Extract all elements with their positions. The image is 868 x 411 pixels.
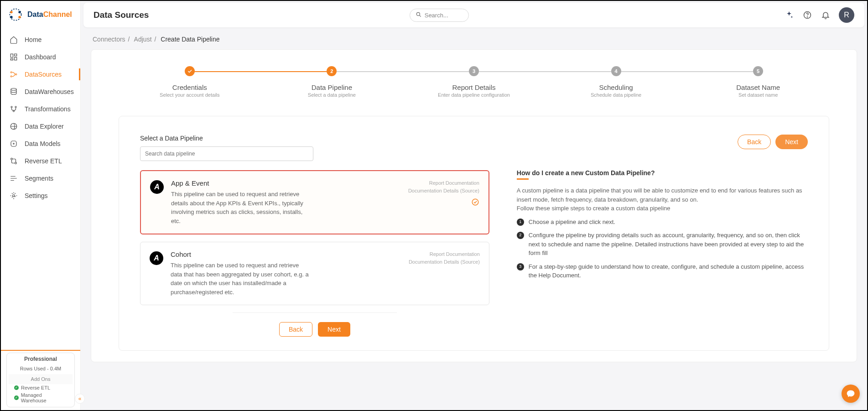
step-data-pipeline[interactable]: 2 Data Pipeline Select a data pipeline [261, 66, 403, 98]
breadcrumb-link[interactable]: Connectors [93, 36, 125, 43]
step-circle-done [185, 66, 195, 76]
help-icon[interactable] [802, 10, 812, 20]
help-intro2: Follow these simple steps to create a cu… [517, 204, 808, 213]
check-icon: ✓ [14, 385, 19, 390]
explore-icon [9, 122, 18, 131]
sidebar: DataChannel Home Dashboard DataSources D… [1, 1, 81, 410]
svg-point-24 [807, 17, 807, 17]
sidebar-item-reverse-etl[interactable]: Reverse ETL [1, 152, 80, 170]
svg-point-22 [416, 12, 420, 16]
step-subtitle: Enter data pipeline configuration [403, 92, 545, 98]
pipeline-search-input[interactable] [140, 146, 313, 161]
bell-icon[interactable] [821, 10, 831, 20]
help-underline [517, 178, 529, 180]
report-documentation-link[interactable]: Report Documentation [409, 250, 480, 258]
help-num-icon: 1 [517, 219, 524, 226]
logo-text: DataChannel [27, 10, 72, 19]
sidebar-item-datasources[interactable]: DataSources [1, 66, 80, 83]
sparkle-icon[interactable] [784, 10, 794, 20]
page-title: Data Sources [94, 10, 149, 20]
svg-point-1 [10, 11, 12, 13]
sidebar-item-models[interactable]: Data Models [1, 135, 80, 152]
selected-check-icon [408, 198, 479, 208]
breadcrumb: Connectors/ Adjust/ Create Data Pipeline [93, 36, 855, 43]
next-button[interactable]: Next [318, 322, 350, 337]
help-step: 2Configure the pipeline by providing det… [517, 231, 808, 258]
help-step-text: Choose a pipeline and click next. [529, 218, 615, 227]
step-report-details: 3 Report Details Enter data pipeline con… [403, 66, 545, 98]
pipeline-card-app-event[interactable]: A App & Event This pipeline can be used … [140, 170, 489, 234]
sidebar-item-explorer[interactable]: Data Explorer [1, 118, 80, 135]
step-circle-pending: 5 [753, 66, 763, 76]
adjust-icon: A [150, 180, 164, 194]
sidebar-item-settings[interactable]: Settings [1, 187, 80, 204]
sidebar-item-label: DataSources [25, 71, 62, 78]
documentation-details-link[interactable]: Documentation Details (Source) [408, 187, 479, 195]
step-title: Credentials [119, 83, 261, 91]
sidebar-item-label: Settings [25, 192, 48, 199]
sidebar-item-warehouses[interactable]: DataWarehouses [1, 83, 80, 100]
next-button-top[interactable]: Next [775, 135, 808, 149]
global-search[interactable]: Search... [410, 9, 469, 22]
svg-point-9 [10, 72, 12, 73]
plan-card: Professional Rows Used - 0.4M Add Ons ✓R… [6, 353, 75, 407]
gear-icon [9, 191, 18, 200]
collapse-sidebar-button[interactable]: « [75, 394, 85, 404]
sidebar-item-label: DataWarehouses [25, 88, 74, 95]
dashboard-icon [9, 52, 18, 62]
check-icon: ✓ [14, 395, 19, 400]
sidebar-item-label: Data Models [25, 140, 61, 147]
svg-point-19 [11, 158, 13, 160]
pipeline-card-cohort[interactable]: A Cohort This pipeline can be used to re… [140, 242, 489, 305]
svg-rect-5 [10, 54, 13, 57]
step-subtitle: Set dataset name [687, 92, 829, 98]
pipeline-title: Cohort [171, 250, 401, 258]
addon-row: ✓Managed Warehouse [9, 391, 73, 404]
report-documentation-link[interactable]: Report Documentation [408, 179, 479, 187]
svg-point-3 [10, 16, 12, 18]
breadcrumb-link[interactable]: Adjust [134, 36, 152, 43]
sidebar-footer: Professional Rows Used - 0.4M Add Ons ✓R… [1, 350, 80, 410]
sidebar-item-segments[interactable]: Segments [1, 170, 80, 187]
adjust-icon: A [150, 251, 163, 265]
sidebar-item-transformations[interactable]: Transformations [1, 100, 80, 118]
sidebar-item-label: Reverse ETL [25, 157, 62, 165]
sidebar-item-label: Segments [25, 175, 53, 182]
step-title: Data Pipeline [261, 83, 403, 91]
svg-rect-6 [15, 54, 17, 56]
svg-rect-7 [15, 57, 17, 60]
documentation-details-link[interactable]: Documentation Details (Source) [409, 258, 480, 266]
svg-rect-8 [10, 59, 13, 60]
help-title: How do I create a new Custom Data Pipeli… [517, 169, 808, 177]
breadcrumb-current: Create Data Pipeline [161, 36, 219, 43]
sidebar-item-home[interactable]: Home [1, 31, 80, 48]
chat-bubble-button[interactable] [842, 385, 860, 403]
svg-point-0 [10, 9, 21, 20]
help-num-icon: 3 [517, 263, 524, 271]
svg-point-25 [472, 199, 478, 205]
svg-point-10 [10, 76, 12, 77]
step-title: Dataset Name [687, 83, 829, 91]
addon-row: ✓Reverse ETL [9, 384, 73, 391]
search-icon [416, 11, 422, 19]
avatar[interactable]: R [839, 7, 854, 23]
svg-point-4 [18, 16, 21, 18]
back-button-top[interactable]: Back [738, 135, 771, 149]
step-circle-active: 2 [327, 66, 337, 76]
sidebar-item-dashboard[interactable]: Dashboard [1, 48, 80, 66]
search-placeholder: Search... [425, 12, 448, 19]
pipeline-desc: This pipeline can be used to request and… [171, 190, 312, 225]
step-circle-pending: 3 [469, 66, 479, 76]
pipeline-desc: This pipeline can be used to request and… [171, 261, 312, 297]
help-intro: A custom pipeline is a data pipeline tha… [517, 186, 808, 204]
logo[interactable]: DataChannel [1, 1, 80, 28]
step-scheduling: 4 Scheduling Schedule data pipeline [545, 66, 687, 98]
step-subtitle: Select a data pipeline [261, 92, 403, 98]
back-button[interactable]: Back [279, 322, 312, 337]
home-icon [9, 35, 18, 44]
cube-icon [9, 139, 18, 148]
step-credentials[interactable]: Credentials Select your account details [119, 66, 261, 98]
step-title: Scheduling [545, 83, 687, 91]
addon-label: Managed Warehouse [21, 392, 67, 403]
step-title: Report Details [403, 83, 545, 91]
